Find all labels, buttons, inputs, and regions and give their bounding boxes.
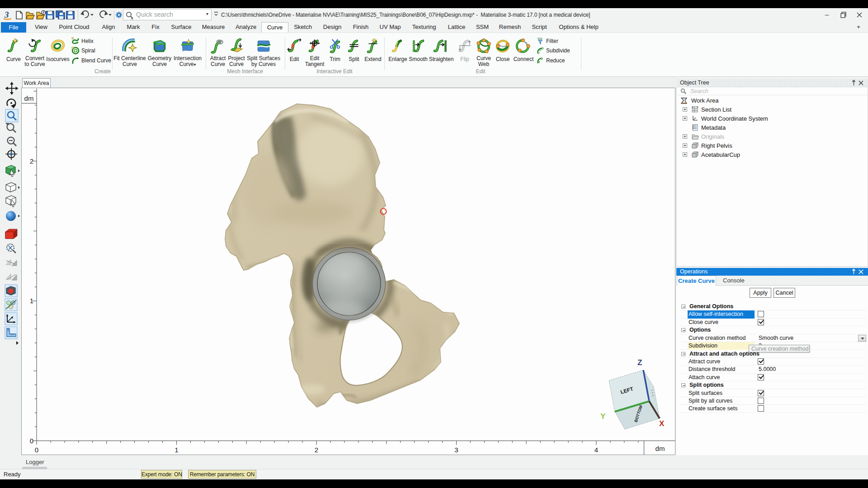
svg-text:Section List: Section List	[701, 106, 732, 113]
svg-text:Y: Y	[600, 412, 606, 421]
svg-text:World Coordinate System: World Coordinate System	[701, 115, 768, 122]
svg-text:AcetabularCup: AcetabularCup	[701, 151, 740, 158]
svg-text:2: 2	[30, 157, 33, 165]
svg-text:0: 0	[35, 446, 38, 454]
svg-text:Z: Z	[637, 358, 642, 367]
svg-text:Originals: Originals	[701, 133, 725, 140]
svg-text:Right Pelvis: Right Pelvis	[701, 142, 732, 149]
svg-text:Work Area: Work Area	[691, 97, 719, 104]
svg-text:4: 4	[594, 446, 598, 454]
svg-text:X: X	[659, 419, 665, 428]
svg-text:1: 1	[175, 446, 178, 454]
svg-text:dm: dm	[656, 445, 665, 452]
svg-text:3: 3	[454, 446, 458, 454]
svg-text:dm: dm	[24, 94, 34, 102]
svg-text:0: 0	[30, 437, 33, 445]
svg-text:Metadata: Metadata	[701, 124, 726, 131]
svg-text:2: 2	[315, 446, 318, 454]
svg-text:3: 3	[4, 10, 9, 19]
svg-text:1: 1	[30, 297, 33, 305]
